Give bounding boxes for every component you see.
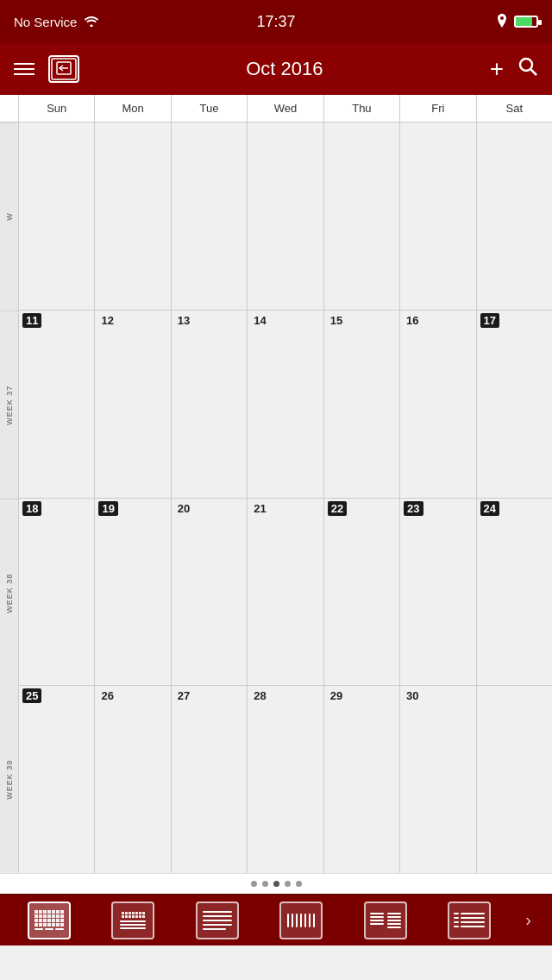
day-cell-22[interactable]: 22: [324, 499, 400, 686]
day-number-28: 28: [251, 688, 268, 703]
week-label-37: WEEK 37: [0, 311, 18, 499]
day-number-23: 23: [404, 501, 423, 516]
day-number-22: 22: [328, 501, 347, 516]
day-cell-11[interactable]: 11: [19, 311, 95, 498]
page-dot-3[interactable]: [273, 881, 279, 887]
calendar-title: Oct 2016: [79, 58, 490, 80]
tab-two-col-view[interactable]: [343, 895, 428, 945]
tab-two-col-icon-box: [364, 901, 407, 939]
day-number-26: 26: [98, 688, 116, 703]
day-header-wed: Wed: [248, 95, 323, 122]
tab-detail-icon-box: [448, 901, 491, 939]
toolbar-left: [14, 55, 79, 83]
menu-button[interactable]: [14, 63, 34, 75]
status-time: 17:37: [256, 13, 295, 31]
location-icon: [497, 14, 507, 30]
page-dot-4[interactable]: [285, 881, 291, 887]
day-number-30: 30: [404, 688, 421, 703]
day-cell-13[interactable]: 13: [172, 311, 248, 498]
calendar: Sun Mon Tue Wed Thu Fri Sat W WEEK 37 WE…: [0, 95, 552, 894]
day-cell-empty[interactable]: [19, 122, 95, 310]
day-number-16: 16: [404, 313, 421, 328]
day-cell-29[interactable]: 29: [324, 686, 400, 873]
day-cell-30[interactable]: 30: [400, 686, 476, 873]
week-label-38: WEEK 38: [0, 499, 18, 687]
week-row-39: 25 26 27 28 29 30: [19, 686, 552, 873]
day-cell-27[interactable]: 27: [172, 686, 248, 873]
day-cell-empty[interactable]: [477, 122, 552, 310]
page-dots: [0, 873, 552, 894]
day-number-11: 11: [22, 313, 41, 328]
day-cell-28[interactable]: 28: [248, 686, 323, 873]
day-number-19: 19: [98, 501, 117, 516]
day-cell-26[interactable]: 26: [95, 686, 171, 873]
status-bar: No Service 17:37: [0, 0, 552, 43]
tab-chevron-button[interactable]: ›: [511, 895, 545, 945]
three-col-icon: [449, 908, 489, 932]
day-cell-19[interactable]: 19: [95, 499, 171, 686]
week-label-39: WEEK 39: [0, 686, 18, 873]
search-button[interactable]: [518, 56, 538, 82]
list-lines-icon: [198, 908, 237, 933]
day-cell-23[interactable]: 23: [400, 499, 476, 686]
day-cell-16[interactable]: 16: [400, 311, 476, 498]
tab-week-icon-box: [279, 901, 323, 939]
day-cell-21[interactable]: 21: [248, 499, 323, 686]
tab-list-icon-box: [196, 901, 239, 939]
day-cell-empty[interactable]: [172, 122, 248, 310]
day-header-mon: Mon: [95, 95, 171, 122]
day-number-15: 15: [328, 313, 345, 328]
page-dot-1[interactable]: [251, 881, 257, 887]
svg-line-4: [530, 69, 536, 75]
tab-monthly-icon-box: [28, 901, 71, 939]
day-cell-empty[interactable]: [248, 122, 323, 310]
vert-lines-icon: [281, 908, 321, 933]
tab-week-view[interactable]: [260, 895, 344, 945]
day-cell-empty[interactable]: [324, 122, 400, 310]
day-number-12: 12: [98, 313, 116, 328]
day-number-13: 13: [175, 313, 192, 328]
day-cell-12[interactable]: 12: [95, 311, 171, 498]
day-cell-14[interactable]: 14: [248, 311, 323, 498]
day-cell-empty-end[interactable]: [477, 686, 552, 873]
tab-bar: ›: [0, 894, 552, 945]
day-cell-24[interactable]: 24: [477, 499, 552, 686]
mini-calendar-icon: [34, 910, 64, 927]
day-headers: Sun Mon Tue Wed Thu Fri Sat: [0, 95, 552, 122]
day-number-25: 25: [22, 688, 41, 703]
week-label-w: W: [0, 122, 18, 311]
weeks-grid: 11 12 13 14 15 16 17: [19, 122, 552, 873]
page-dot-2[interactable]: [262, 881, 268, 887]
day-number-24: 24: [480, 501, 499, 516]
add-event-button[interactable]: +: [490, 55, 504, 83]
day-header-fri: Fri: [400, 95, 476, 122]
day-number-18: 18: [22, 501, 41, 516]
day-cell-empty[interactable]: [400, 122, 476, 310]
page-dot-5[interactable]: [296, 881, 302, 887]
day-cell-20[interactable]: 20: [172, 499, 248, 686]
day-number-27: 27: [175, 688, 192, 703]
day-cell-17[interactable]: 17: [477, 311, 552, 498]
day-number-20: 20: [175, 501, 192, 516]
tab-detail-view[interactable]: [428, 895, 512, 945]
week-row-38: 18 19 20 21 22 23 24: [19, 499, 552, 687]
day-cell-18[interactable]: 18: [19, 499, 95, 686]
day-cell-empty[interactable]: [95, 122, 171, 310]
day-cell-25[interactable]: 25: [19, 686, 95, 873]
two-col-icon: [366, 908, 405, 933]
tab-monthly-view[interactable]: [7, 895, 91, 945]
status-right: [497, 14, 538, 30]
tab-compact-view[interactable]: [91, 895, 176, 945]
weeks-area: W WEEK 37 WEEK 38 WEEK 39 11: [0, 122, 552, 873]
battery-icon: [514, 16, 538, 28]
tab-list-view[interactable]: [175, 895, 260, 945]
mini-cal-small: [122, 912, 145, 918]
day-header-thu: Thu: [324, 95, 400, 122]
no-service-text: No Service: [14, 15, 77, 29]
day-cell-15[interactable]: 15: [324, 311, 400, 498]
day-header-tue: Tue: [172, 95, 248, 122]
calendar-back-button[interactable]: [48, 55, 79, 83]
toolbar: Oct 2016 +: [0, 43, 552, 95]
toolbar-right: +: [490, 55, 538, 83]
wifi-icon: [84, 15, 99, 29]
